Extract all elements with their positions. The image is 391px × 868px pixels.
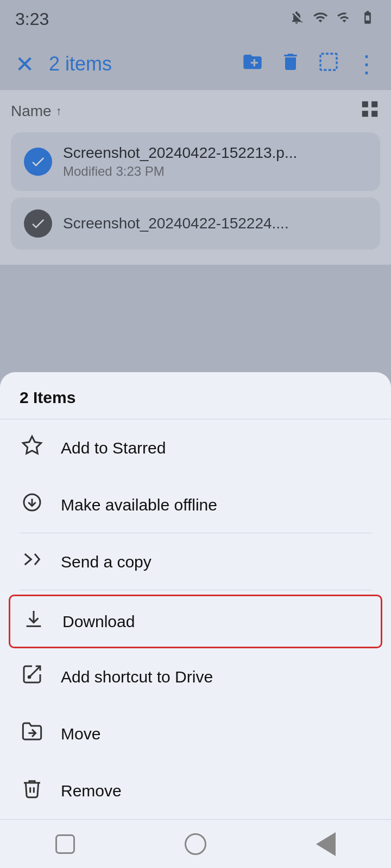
offline-label: Make available offline	[61, 496, 217, 514]
send-copy-label: Send a copy	[61, 553, 152, 571]
move-folder-icon	[20, 720, 45, 747]
star-icon	[20, 435, 45, 461]
sheet-header: 2 Items	[0, 372, 391, 419]
add-starred-label: Add to Starred	[61, 439, 166, 457]
nav-home-button[interactable]	[178, 827, 213, 861]
add-shortcut-item[interactable]: Add shortcut to Drive	[0, 648, 391, 705]
download-label: Download	[62, 612, 135, 631]
download-item[interactable]: Download	[9, 595, 382, 648]
bottom-sheet: 2 Items Add to Starred Make available of…	[0, 372, 391, 868]
svg-point-4	[28, 675, 31, 679]
trash-icon	[20, 777, 45, 804]
shortcut-icon	[20, 663, 45, 690]
nav-square-button[interactable]	[48, 827, 83, 861]
add-shortcut-label: Add shortcut to Drive	[61, 668, 213, 686]
offline-icon	[20, 492, 45, 518]
remove-item[interactable]: Remove	[0, 762, 391, 819]
send-copy-item[interactable]: Send a copy	[0, 533, 391, 590]
offline-item[interactable]: Make available offline	[0, 476, 391, 533]
sheet-title: 2 Items	[20, 388, 75, 406]
remove-label: Remove	[61, 782, 122, 800]
send-icon	[20, 548, 45, 575]
move-item[interactable]: Move	[0, 705, 391, 762]
nav-back-button[interactable]	[308, 827, 343, 861]
download-icon	[21, 608, 46, 635]
add-starred-item[interactable]: Add to Starred	[0, 419, 391, 476]
nav-bar	[0, 819, 391, 868]
move-label: Move	[61, 725, 100, 743]
svg-line-3	[29, 666, 40, 677]
